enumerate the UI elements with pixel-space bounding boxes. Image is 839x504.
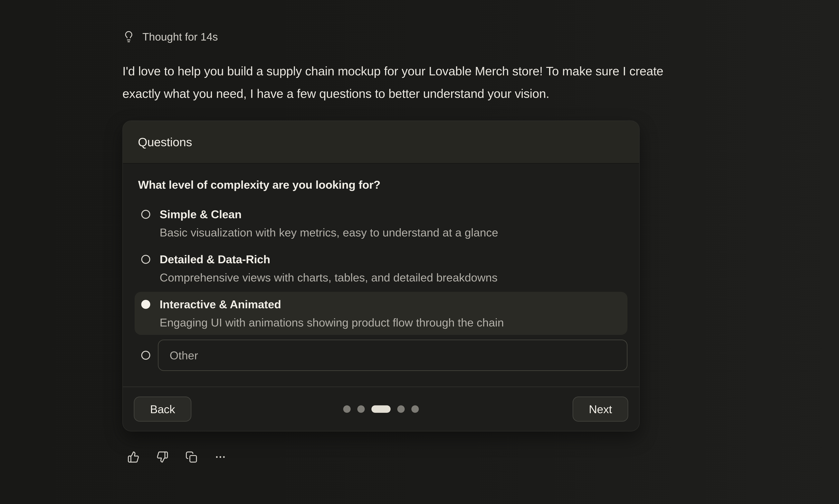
- progress-dot-active: [371, 406, 390, 413]
- radio-icon[interactable]: [141, 255, 150, 264]
- thumbs-down-button[interactable]: [156, 451, 169, 463]
- option-label: Simple & Clean: [160, 208, 498, 220]
- progress-dot: [343, 406, 351, 413]
- back-button[interactable]: Back: [134, 397, 191, 421]
- message-actions: [127, 451, 761, 463]
- option-simple-clean[interactable]: Simple & Clean Basic visualization with …: [135, 202, 627, 245]
- progress-dot: [397, 406, 405, 413]
- progress-dot: [412, 406, 419, 413]
- more-options-button[interactable]: [214, 451, 226, 463]
- option-description: Basic visualization with key metrics, ea…: [160, 226, 498, 239]
- radio-icon[interactable]: [141, 210, 150, 219]
- radio-selected-icon[interactable]: [141, 300, 150, 309]
- questions-card: Questions What level of complexity are y…: [122, 121, 640, 431]
- message-line: I'd love to help you build a supply chai…: [122, 60, 761, 83]
- assistant-message-block: Thought for 14s I'd love to help you bui…: [122, 29, 761, 463]
- questions-card-body: What level of complexity are you looking…: [123, 164, 639, 386]
- option-description: Comprehensive views with charts, tables,…: [160, 271, 497, 284]
- question-text: What level of complexity are you looking…: [138, 178, 624, 191]
- option-description: Engaging UI with animations showing prod…: [160, 316, 504, 329]
- other-option-input[interactable]: [158, 340, 627, 371]
- option-label: Interactive & Animated: [160, 298, 504, 310]
- thought-label: Thought for 14s: [142, 29, 218, 44]
- next-button[interactable]: Next: [573, 397, 628, 421]
- thought-toggle[interactable]: Thought for 14s: [122, 29, 761, 44]
- card-title: Questions: [138, 135, 192, 149]
- assistant-message-text: I'd love to help you build a supply chai…: [122, 60, 761, 105]
- ellipsis-icon: [214, 451, 226, 463]
- radio-icon[interactable]: [141, 351, 150, 360]
- message-line: exactly what you need, I have a few ques…: [122, 83, 761, 105]
- questions-card-footer: Back Next: [123, 386, 639, 431]
- option-other[interactable]: [135, 340, 627, 371]
- option-interactive-animated[interactable]: Interactive & Animated Engaging UI with …: [135, 292, 627, 335]
- option-detailed-data-rich[interactable]: Detailed & Data-Rich Comprehensive views…: [135, 247, 627, 290]
- chat-page: { "thought": { "icon": "lightbulb-icon",…: [0, 0, 839, 504]
- questions-card-header: Questions: [123, 121, 639, 164]
- progress-dot: [357, 406, 365, 413]
- copy-button[interactable]: [185, 451, 197, 463]
- options-list: Simple & Clean Basic visualization with …: [135, 202, 627, 371]
- thumbs-up-icon: [127, 451, 139, 463]
- copy-icon: [185, 451, 197, 463]
- progress-dots: [343, 406, 419, 413]
- option-label: Detailed & Data-Rich: [160, 253, 497, 265]
- thumbs-down-icon: [156, 451, 169, 463]
- lightbulb-icon: [122, 31, 135, 43]
- thumbs-up-button[interactable]: [127, 451, 139, 463]
